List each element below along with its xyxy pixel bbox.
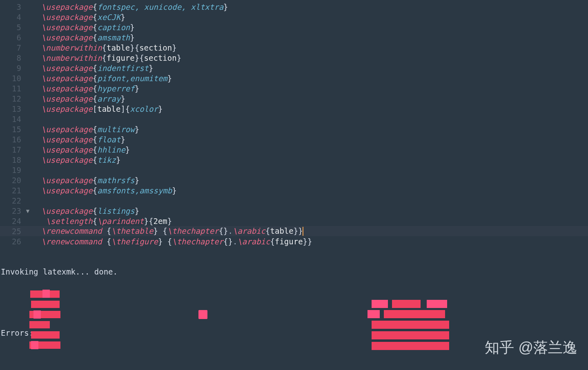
code-content[interactable]: \renewcommand {\thefigure} {\thechapter{… — [32, 237, 588, 246]
code-line[interactable]: 8 \numberwithin{figure}{section} — [0, 53, 588, 63]
code-content[interactable]: \usepackage{hyperref} — [32, 84, 588, 93]
line-number: 24 — [0, 217, 24, 226]
line-number: 26 — [0, 237, 24, 246]
code-content[interactable]: \usepackage{multirow} — [32, 125, 588, 134]
code-content[interactable]: \usepackage{float} — [32, 135, 588, 144]
line-number: 7 — [0, 43, 24, 52]
code-content[interactable]: \usepackage{listings} — [32, 206, 588, 215]
code-content[interactable]: \usepackage{caption} — [32, 23, 588, 32]
code-content[interactable] — [32, 115, 588, 124]
code-content[interactable]: \renewcommand {\thetable} {\thechapter{}… — [32, 226, 588, 236]
code-line[interactable]: 17 \usepackage{hhline} — [0, 144, 588, 155]
line-number: 8 — [0, 53, 24, 62]
code-content[interactable]: \usepackage{fontspec, xunicode, xltxtra} — [32, 2, 588, 11]
fold-toggle-icon[interactable]: ▼ — [24, 208, 32, 214]
line-number: 19 — [0, 166, 24, 175]
code-line[interactable]: 15 \usepackage{multirow} — [0, 124, 588, 134]
code-content[interactable]: \numberwithin{table}{section} — [32, 43, 588, 52]
line-number: 14 — [0, 115, 24, 124]
code-content[interactable]: \usepackage[table]{xcolor} — [32, 104, 588, 113]
line-number: 21 — [0, 186, 24, 195]
code-line[interactable]: 25 \renewcommand {\thetable} {\thechapte… — [0, 226, 588, 236]
code-line[interactable]: 3 \usepackage{fontspec, xunicode, xltxtr… — [0, 2, 588, 12]
code-line[interactable]: 7 \numberwithin{table}{section} — [0, 42, 588, 53]
watermark-text: 知乎 @落兰逸 — [485, 338, 577, 358]
code-line[interactable]: 13 \usepackage[table]{xcolor} — [0, 104, 588, 114]
code-line[interactable]: 14 — [0, 114, 588, 124]
line-number: 10 — [0, 74, 24, 83]
code-line[interactable]: 6 \usepackage{amsmath} — [0, 32, 588, 42]
line-number: 20 — [0, 176, 24, 185]
code-line[interactable]: 26 \renewcommand {\thefigure} {\thechapt… — [0, 236, 588, 246]
code-line[interactable]: 24 \setlength{\parindent}{2em} — [0, 216, 588, 226]
line-number: 17 — [0, 145, 24, 154]
code-line[interactable]: 10 \usepackage{pifont,enumitem} — [0, 73, 588, 83]
line-number: 22 — [0, 196, 24, 205]
code-line[interactable]: 12 \usepackage{array} — [0, 93, 588, 104]
code-line[interactable]: 9 \usepackage{indentfirst} — [0, 63, 588, 73]
code-line[interactable]: 4 \usepackage{xeCJK} — [0, 12, 588, 22]
code-content[interactable]: \usepackage{xeCJK} — [32, 13, 588, 22]
code-content[interactable]: \usepackage{indentfirst} — [32, 64, 588, 73]
code-line[interactable]: 20 \usepackage{mathrsfs} — [0, 175, 588, 185]
code-content[interactable]: \usepackage{mathrsfs} — [32, 176, 588, 185]
code-content[interactable]: \usepackage{tikz} — [32, 155, 588, 164]
line-number: 13 — [0, 104, 24, 113]
code-content[interactable] — [32, 166, 588, 175]
line-number: 15 — [0, 125, 24, 134]
code-line[interactable]: 19 — [0, 165, 588, 175]
line-number: 3 — [0, 2, 24, 11]
line-number: 12 — [0, 94, 24, 103]
text-cursor — [303, 227, 303, 236]
code-editor[interactable]: 3 \usepackage{fontspec, xunicode, xltxtr… — [0, 0, 588, 246]
code-content[interactable]: \usepackage{amsmath} — [32, 33, 588, 42]
code-line[interactable]: 22 — [0, 195, 588, 206]
code-line[interactable]: 21 \usepackage{amsfonts,amssymb} — [0, 185, 588, 195]
code-content[interactable]: \numberwithin{figure}{section} — [32, 53, 588, 62]
code-content[interactable]: \setlength{\parindent}{2em} — [32, 217, 588, 226]
code-content[interactable]: \usepackage{amsfonts,amssymb} — [32, 186, 588, 195]
line-number: 6 — [0, 33, 24, 42]
code-line[interactable]: 23▼ \usepackage{listings} — [0, 206, 588, 216]
line-number: 4 — [0, 13, 24, 22]
code-content[interactable]: \usepackage{array} — [32, 94, 588, 103]
code-line[interactable]: 16 \usepackage{float} — [0, 134, 588, 144]
line-number: 16 — [0, 135, 24, 144]
code-content[interactable]: \usepackage{hhline} — [32, 145, 588, 154]
line-number: 9 — [0, 64, 24, 73]
line-number: 25 — [0, 227, 24, 236]
line-number: 5 — [0, 23, 24, 32]
output-errors-header: Errors: — [1, 328, 587, 338]
code-content[interactable] — [32, 196, 588, 205]
output-invoke-line: Invoking latexmk... done. — [1, 267, 587, 277]
line-number: 23 — [0, 206, 24, 215]
code-line[interactable]: 18 \usepackage{tikz} — [0, 155, 588, 165]
line-number: 18 — [0, 155, 24, 164]
line-number: 11 — [0, 84, 24, 93]
code-content[interactable]: \usepackage{pifont,enumitem} — [32, 74, 588, 83]
code-line[interactable]: 5 \usepackage{caption} — [0, 22, 588, 32]
code-line[interactable]: 11 \usepackage{hyperref} — [0, 83, 588, 93]
